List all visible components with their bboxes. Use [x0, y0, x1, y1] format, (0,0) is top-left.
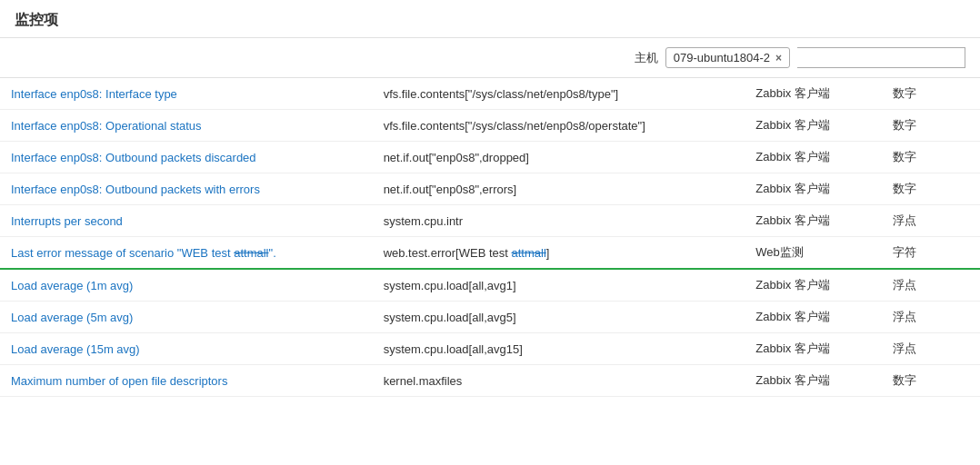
- item-key: vfs.file.contents["/sys/class/net/enp0s8…: [373, 110, 745, 142]
- table-row: Interface enp0s8: Interface typevfs.file…: [0, 78, 980, 110]
- item-dtype: 数字: [882, 78, 980, 110]
- table-row: Interface enp0s8: Outbound packets with …: [0, 173, 980, 205]
- item-name-link[interactable]: Load average (5m avg): [11, 311, 133, 324]
- item-type: Zabbix 客户端: [745, 142, 882, 173]
- item-type: Zabbix 客户端: [745, 173, 882, 205]
- item-name-link[interactable]: Interface enp0s8: Outbound packets disca…: [11, 151, 256, 164]
- item-key: system.cpu.intr: [373, 205, 745, 237]
- item-dtype: 浮点: [882, 205, 980, 237]
- item-name-link[interactable]: Load average (15m avg): [11, 342, 140, 356]
- item-key: net.if.out["enp0s8",dropped]: [373, 142, 745, 173]
- item-name-link[interactable]: Load average (1m avg): [11, 279, 133, 292]
- item-type: Zabbix 客户端: [745, 78, 882, 110]
- item-type: Zabbix 客户端: [745, 269, 882, 302]
- item-dtype: 浮点: [882, 302, 980, 333]
- item-dtype: 字符: [882, 237, 980, 270]
- table-row: Interface enp0s8: Operational statusvfs.…: [0, 110, 980, 142]
- item-type: Zabbix 客户端: [745, 205, 882, 237]
- host-filter-label: 主机: [635, 50, 658, 66]
- item-key: kernel.maxfiles: [373, 365, 745, 397]
- table-row: Last error message of scenario "WEB test…: [0, 237, 980, 270]
- item-name-link[interactable]: Last error message of scenario "WEB test…: [11, 246, 276, 260]
- items-table-container: Interface enp0s8: Interface typevfs.file…: [0, 78, 980, 397]
- host-tag-value: 079-ubuntu1804-2: [674, 51, 770, 64]
- item-key: system.cpu.load[all,avg15]: [373, 333, 745, 365]
- table-row: Maximum number of open file descriptorsk…: [0, 365, 980, 397]
- table-row: Interrupts per secondsystem.cpu.intrZabb…: [0, 205, 980, 237]
- item-dtype: 数字: [882, 142, 980, 173]
- table-row: Load average (5m avg)system.cpu.load[all…: [0, 302, 980, 333]
- item-name-link[interactable]: Interface enp0s8: Outbound packets with …: [11, 183, 260, 196]
- item-key: system.cpu.load[all,avg1]: [373, 269, 745, 302]
- item-name-link[interactable]: Interrupts per second: [11, 214, 123, 228]
- item-dtype: 数字: [882, 110, 980, 142]
- page-title: 监控项: [0, 0, 980, 38]
- item-key: net.if.out["enp0s8",errors]: [373, 173, 745, 205]
- filter-bar: 主机 079-ubuntu1804-2 ×: [0, 38, 980, 78]
- items-table: Interface enp0s8: Interface typevfs.file…: [0, 78, 980, 397]
- table-row: Load average (1m avg)system.cpu.load[all…: [0, 269, 980, 302]
- table-row: Interface enp0s8: Outbound packets disca…: [0, 142, 980, 173]
- item-key: vfs.file.contents["/sys/class/net/enp0s8…: [373, 78, 745, 110]
- item-type: Zabbix 客户端: [745, 110, 882, 142]
- item-dtype: 浮点: [882, 269, 980, 302]
- item-key: web.test.error[WEB test attmall]: [373, 237, 745, 270]
- host-filter-tag: 079-ubuntu1804-2 ×: [665, 47, 790, 68]
- item-type: Web监测: [745, 237, 882, 270]
- item-type: Zabbix 客户端: [745, 302, 882, 333]
- item-dtype: 数字: [882, 365, 980, 397]
- item-key: system.cpu.load[all,avg5]: [373, 302, 745, 333]
- item-dtype: 浮点: [882, 333, 980, 365]
- item-name-link[interactable]: Interface enp0s8: Interface type: [11, 87, 177, 101]
- item-name-link[interactable]: Maximum number of open file descriptors: [11, 374, 227, 388]
- table-row: Load average (15m avg)system.cpu.load[al…: [0, 333, 980, 365]
- item-type: Zabbix 客户端: [745, 333, 882, 365]
- host-filter-input[interactable]: [797, 47, 965, 68]
- item-name-link[interactable]: Interface enp0s8: Operational status: [11, 119, 202, 133]
- item-type: Zabbix 客户端: [745, 365, 882, 397]
- item-dtype: 数字: [882, 173, 980, 205]
- host-tag-close-icon[interactable]: ×: [775, 52, 782, 64]
